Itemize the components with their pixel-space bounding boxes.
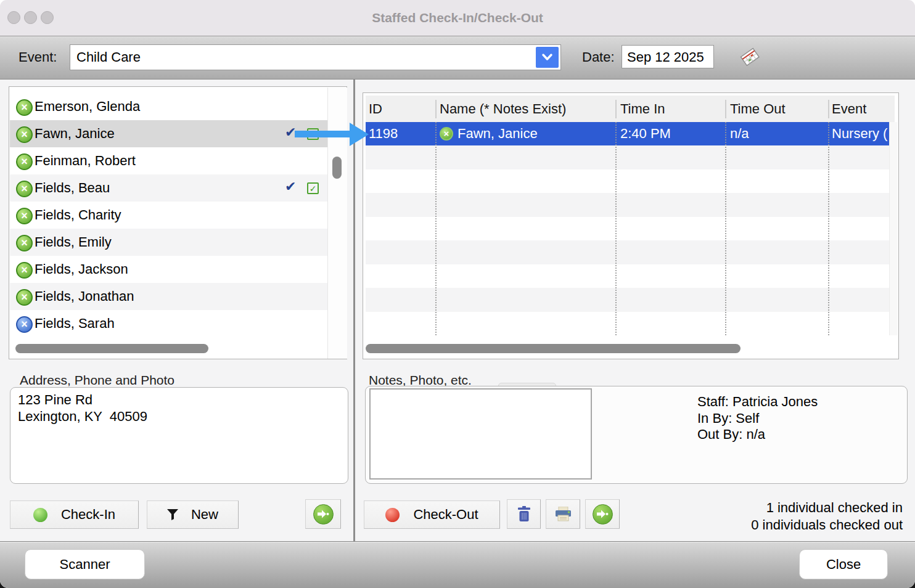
footer-bar: Scanner Close	[0, 541, 915, 588]
green-x-icon: ×	[16, 126, 33, 143]
person-name: Fields, Jackson	[35, 256, 128, 283]
address-text: 123 Pine Rd Lexington, KY 40509	[18, 391, 147, 425]
new-button[interactable]: New	[147, 500, 239, 529]
column-header-event[interactable]: Event	[832, 96, 866, 122]
person-name: Feinman, Robert	[35, 147, 136, 174]
table-row-empty[interactable]	[366, 288, 889, 311]
cell-time-out: n/a	[730, 122, 749, 145]
trash-icon	[517, 506, 531, 522]
printer-icon	[555, 507, 572, 522]
checked-in-count: 1 individual checked in	[656, 499, 903, 517]
person-name: Fields, Emily	[35, 229, 112, 256]
list-item[interactable]: × Fields, Charity	[10, 202, 327, 229]
checked-out-count: 0 individuals checked out	[656, 517, 903, 534]
staffed-checkin-window: Staffed Check-In/Check-Out Event: Child …	[0, 0, 915, 588]
person-name: Fields, Beau	[35, 174, 110, 202]
list-item[interactable]: × Feinman, Robert	[10, 147, 327, 174]
list-item[interactable]: × Fields, Emily	[10, 229, 327, 256]
check-out-button[interactable]: Check-Out	[364, 500, 500, 529]
column-header-name[interactable]: Name (* Notes Exist)	[440, 96, 566, 122]
address-section-label: Address, Phone and Photo	[20, 373, 174, 388]
blue-x-icon: ×	[16, 316, 33, 333]
calendar-icon[interactable]	[739, 47, 761, 67]
status-counts: 1 individual checked in 0 individuals ch…	[656, 499, 903, 533]
table-row-selected[interactable]: 1198 × Fawn, Janice 2:40 PM n/a Nursery …	[366, 122, 889, 145]
column-header-id[interactable]: ID	[369, 96, 382, 122]
check-in-label: Check-In	[61, 507, 115, 523]
horizontal-scrollbar-thumb[interactable]	[366, 344, 741, 353]
attendance-table: ID Name (* Notes Exist) Time In Time Out…	[363, 92, 899, 359]
column-divider	[725, 100, 726, 118]
green-x-icon: ×	[16, 181, 33, 197]
green-x-icon: ×	[440, 127, 453, 141]
vertical-scrollbar-thumb[interactable]	[332, 157, 342, 179]
navy-check-icon: ✔	[285, 179, 296, 194]
list-item-selected[interactable]: × Fawn, Janice ✔	[10, 120, 327, 147]
in-by-line: In By: Self	[697, 410, 818, 427]
column-header-time-out[interactable]: Time Out	[730, 96, 786, 122]
panel-divider	[353, 79, 355, 541]
new-label: New	[191, 507, 218, 523]
date-input[interactable]: Sep 12 2025	[622, 45, 714, 68]
table-header: ID Name (* Notes Exist) Time In Time Out…	[366, 96, 895, 123]
cell-name: Fawn, Janice	[457, 122, 538, 145]
list-item[interactable]: × Fields, Sarah	[10, 310, 327, 337]
event-select[interactable]: Child Care	[70, 44, 561, 70]
green-x-icon: ×	[16, 262, 33, 279]
red-dot-icon	[385, 508, 400, 522]
link-arrow-head	[350, 123, 369, 146]
roster-list: × Emerson, Glenda × Fawn, Janice ✔ × Fei…	[9, 86, 347, 359]
cell-event: Nursery (	[832, 122, 887, 145]
event-toolbar: Event: Child Care Date: Sep 12 2025	[0, 36, 915, 80]
list-item[interactable]: × Fields, Jackson	[10, 256, 327, 283]
column-header-time-in[interactable]: Time In	[620, 96, 665, 122]
date-label: Date:	[582, 49, 615, 65]
green-x-icon: ×	[16, 235, 33, 251]
out-by-line: Out By: n/a	[697, 427, 818, 443]
column-divider-dotted	[725, 122, 726, 335]
column-divider	[435, 100, 437, 118]
column-divider-dotted	[435, 122, 437, 335]
green-checkbox-checked-icon[interactable]: ✓	[307, 182, 319, 194]
cell-id: 1198	[369, 122, 398, 145]
person-name: Fawn, Janice	[35, 120, 115, 147]
table-row-empty[interactable]	[366, 217, 889, 240]
table-row-empty[interactable]	[366, 312, 889, 335]
person-name: Fields, Charity	[35, 202, 121, 229]
notes-group-box: Staff: Patricia Jones In By: Self Out By…	[365, 386, 908, 484]
close-button[interactable]: Close	[799, 549, 888, 579]
staff-line: Staff: Patricia Jones	[697, 394, 818, 410]
check-in-button[interactable]: Check-In	[10, 500, 139, 529]
list-item[interactable]: × Fields, Beau ✔ ✓	[10, 174, 327, 202]
event-selected-value: Child Care	[76, 45, 141, 70]
green-dot-icon	[33, 508, 47, 522]
move-to-checked-in-button[interactable]	[305, 499, 341, 529]
vertical-scrollbar-track[interactable]	[889, 122, 898, 335]
print-button[interactable]	[546, 499, 580, 529]
list-item[interactable]: × Fields, Jonathan	[10, 283, 327, 310]
table-row-empty[interactable]	[366, 145, 889, 169]
scanner-button[interactable]: Scanner	[25, 549, 145, 579]
notes-input[interactable]	[369, 388, 592, 480]
column-divider	[615, 100, 617, 118]
window-title: Staffed Check-In/Check-Out	[0, 0, 915, 36]
staff-info: Staff: Patricia Jones In By: Self Out By…	[697, 394, 818, 443]
list-item[interactable]: × Emerson, Glenda	[10, 93, 327, 120]
table-row-empty[interactable]	[366, 240, 889, 264]
move-to-checked-out-button[interactable]	[585, 499, 620, 529]
table-row-empty[interactable]	[366, 264, 889, 288]
delete-button[interactable]	[507, 499, 541, 529]
chevron-down-icon[interactable]	[536, 47, 559, 68]
green-arrow-right-icon	[593, 504, 613, 525]
table-row-empty[interactable]	[366, 169, 889, 193]
person-name: Fields, Jonathan	[35, 283, 134, 310]
vertical-scrollbar-track[interactable]	[327, 88, 347, 359]
table-body: 1198 × Fawn, Janice 2:40 PM n/a Nursery …	[366, 122, 889, 335]
table-row-empty[interactable]	[366, 193, 889, 216]
title-bar: Staffed Check-In/Check-Out	[0, 0, 915, 36]
person-name: Emerson, Glenda	[35, 93, 140, 120]
horizontal-scrollbar-thumb[interactable]	[15, 344, 208, 353]
cell-time-in: 2:40 PM	[620, 122, 671, 145]
column-divider-dotted	[828, 122, 829, 335]
filter-icon	[167, 509, 179, 521]
